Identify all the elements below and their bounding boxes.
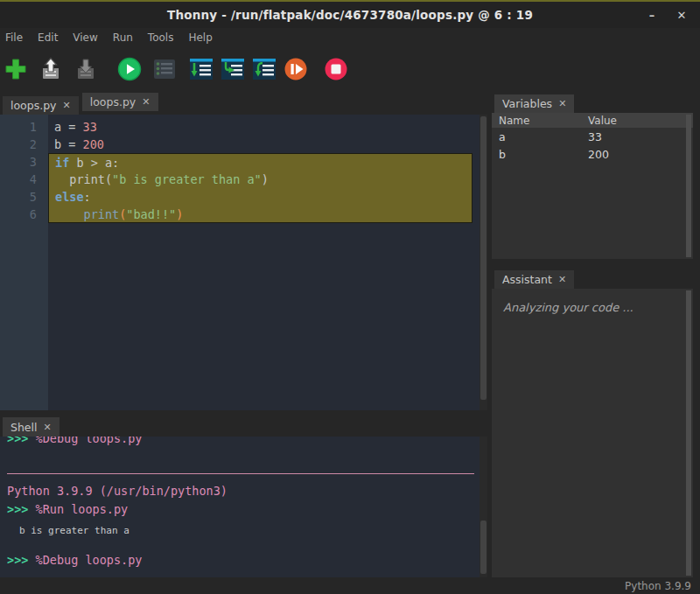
assistant-scrollbar-thumb[interactable] [686,290,691,576]
variables-tab[interactable]: Variables ✕ [494,94,574,113]
shell-output[interactable]: >>> %Debug loops.pyPython 3.9.9 (/usr/bi… [0,437,480,577]
editor-tab-2-close-icon[interactable]: ✕ [142,96,150,108]
run-script-button[interactable] [117,57,142,81]
editor-scrollbar-thumb[interactable] [480,116,486,400]
code-text: b = 200 [48,136,472,153]
step-into-icon [220,57,245,81]
save-icon [74,57,98,81]
window-title: Thonny - /run/flatpak/doc/4673780a/loops… [167,8,533,22]
editor-tab-1[interactable]: loops.py ✕ [3,96,79,115]
open-icon [38,57,63,81]
code-line: 2b = 200 [0,136,480,153]
python-version-label: Python 3.9.9 [625,580,691,592]
stop-icon [324,57,348,81]
shell-prompt: >>> [7,553,36,567]
variables-header: Name Value [492,113,693,128]
code-line: 1a = 33 [0,118,480,136]
variable-value: 33 [588,130,693,143]
play-icon [117,57,142,81]
code-lines: 1a = 332b = 2003if b > a:4 print("b is g… [0,118,480,223]
menu-edit[interactable]: Edit [38,31,58,44]
open-file-button[interactable] [38,57,63,81]
variable-row[interactable]: a33 [492,128,693,145]
shell-tab[interactable]: Shell ✕ [3,417,60,437]
code-text: print("bad!!") [48,206,472,223]
code-line: 6 print("bad!!") [0,206,480,223]
new-file-button[interactable] [4,57,28,81]
code-line: 3if b > a: [0,153,480,171]
line-number: 1 [0,118,48,136]
menubar: File Edit View Run Tools Help [0,28,700,46]
shell-prompt: >>> [7,502,36,516]
plus-icon [4,57,28,81]
shell-prompt: >>> [7,437,36,445]
variables-panel: Name Value a33b200 [492,113,693,259]
assistant-tab-close-icon[interactable]: ✕ [558,274,566,285]
step-over-icon [189,57,214,81]
titlebar: Thonny - /run/flatpak/doc/4673780a/loops… [0,2,700,28]
code-editor[interactable]: 1a = 332b = 2003if b > a:4 print("b is g… [0,115,480,410]
shell-program-output: b is greater than a [7,523,480,539]
shell-scrollbar-thumb[interactable] [480,521,486,574]
menu-file[interactable]: File [5,31,23,44]
variable-row[interactable]: b200 [492,145,693,163]
code-line: 5else: [0,188,480,206]
shell-tabbar: Shell ✕ [0,417,487,437]
editor-column: loops.py ✕ loops.py ✕ 1a = 332b = 2003if… [0,92,487,577]
variables-col-name: Name [492,115,588,127]
code-text: a = 33 [48,118,472,136]
step-into-button[interactable] [220,57,245,81]
debug-icon [152,57,177,81]
assistant-panel: Analyzing your code ... [492,289,693,577]
editor-tab-2-label: loops.py [90,95,136,108]
editor-tab-1-close-icon[interactable]: ✕ [63,100,71,111]
shell-separator-line [7,473,474,474]
menu-help[interactable]: Help [188,31,212,44]
debug-script-button[interactable] [152,57,177,81]
assistant-tab[interactable]: Assistant ✕ [494,270,574,289]
code-text: print("b is greater than a") [48,171,472,188]
shell-tab-label: Shell [10,421,38,434]
editor-tab-1-label: loops.py [10,99,57,112]
shell-scrollbar[interactable] [480,437,487,577]
variables-tab-close-icon[interactable]: ✕ [558,98,566,109]
shell-tab-close-icon[interactable]: ✕ [44,422,52,433]
shell-command-text: %Debug loops.py [36,553,143,567]
variable-name: a [492,130,588,143]
editor-tab-2[interactable]: loops.py ✕ [82,93,158,111]
line-number: 5 [0,188,48,206]
save-file-button[interactable] [74,57,98,81]
assistant-scrollbar[interactable] [686,290,691,576]
shell-command-line: >>> %Debug loops.py [7,437,480,447]
line-number: 3 [0,153,48,171]
variables-tab-label: Variables [502,97,552,110]
variables-scrollbar-thumb[interactable] [686,115,691,257]
assistant-message: Analyzing your code ... [492,289,693,314]
line-number: 2 [0,136,48,153]
editor-scrollbar[interactable] [480,115,487,410]
code-line: 4 print("b is greater than a") [0,171,480,188]
menu-tools[interactable]: Tools [148,31,174,44]
shell-command-text: %Run loops.py [36,502,129,516]
statusbar: Python 3.9.9 [0,577,700,594]
side-panels-column: Variables ✕ Name Value a33b200 Assistant [487,92,700,577]
shell-command-line: >>> %Run loops.py [7,500,480,518]
resume-button[interactable] [284,57,308,81]
shell-blank-line [7,539,480,551]
shell-blank-line [7,447,480,459]
shell-banner: Python 3.9.9 (/usr/bin/python3) [7,481,480,500]
menu-view[interactable]: View [73,31,97,44]
shell-command-text: %Debug loops.py [36,437,143,445]
variable-name: b [492,148,588,161]
variable-value: 200 [588,148,693,161]
step-out-button[interactable] [252,57,276,81]
menu-run[interactable]: Run [113,31,133,44]
line-number: 6 [0,206,48,223]
code-text: else: [48,188,472,206]
stop-button[interactable] [324,57,348,81]
minimize-button[interactable]: – [639,2,665,28]
close-button[interactable]: ✕ [668,2,695,28]
line-number: 4 [0,171,48,188]
step-over-button[interactable] [189,57,214,81]
variables-scrollbar[interactable] [686,115,691,257]
